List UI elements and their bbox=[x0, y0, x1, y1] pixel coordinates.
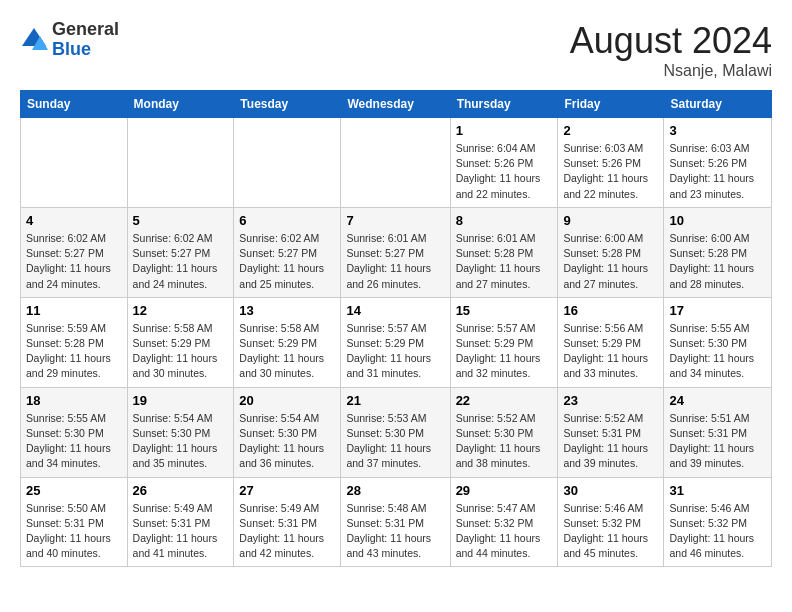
day-number: 1 bbox=[456, 123, 553, 138]
calendar-cell: 29Sunrise: 5:47 AMSunset: 5:32 PMDayligh… bbox=[450, 477, 558, 567]
day-number: 19 bbox=[133, 393, 229, 408]
day-number: 5 bbox=[133, 213, 229, 228]
day-info: Sunrise: 5:46 AMSunset: 5:32 PMDaylight:… bbox=[563, 501, 658, 562]
title-block: August 2024 Nsanje, Malawi bbox=[570, 20, 772, 80]
page-header: General Blue August 2024 Nsanje, Malawi bbox=[20, 20, 772, 80]
calendar-cell: 9Sunrise: 6:00 AMSunset: 5:28 PMDaylight… bbox=[558, 207, 664, 297]
calendar-cell: 7Sunrise: 6:01 AMSunset: 5:27 PMDaylight… bbox=[341, 207, 450, 297]
header-day-thursday: Thursday bbox=[450, 91, 558, 118]
header-day-saturday: Saturday bbox=[664, 91, 772, 118]
day-info: Sunrise: 5:55 AMSunset: 5:30 PMDaylight:… bbox=[26, 411, 122, 472]
calendar-cell: 30Sunrise: 5:46 AMSunset: 5:32 PMDayligh… bbox=[558, 477, 664, 567]
day-info: Sunrise: 5:59 AMSunset: 5:28 PMDaylight:… bbox=[26, 321, 122, 382]
day-info: Sunrise: 5:51 AMSunset: 5:31 PMDaylight:… bbox=[669, 411, 766, 472]
day-info: Sunrise: 6:03 AMSunset: 5:26 PMDaylight:… bbox=[669, 141, 766, 202]
calendar-cell: 1Sunrise: 6:04 AMSunset: 5:26 PMDaylight… bbox=[450, 118, 558, 208]
calendar-cell: 10Sunrise: 6:00 AMSunset: 5:28 PMDayligh… bbox=[664, 207, 772, 297]
calendar-cell: 20Sunrise: 5:54 AMSunset: 5:30 PMDayligh… bbox=[234, 387, 341, 477]
day-info: Sunrise: 5:57 AMSunset: 5:29 PMDaylight:… bbox=[456, 321, 553, 382]
day-info: Sunrise: 5:58 AMSunset: 5:29 PMDaylight:… bbox=[239, 321, 335, 382]
day-number: 15 bbox=[456, 303, 553, 318]
day-number: 30 bbox=[563, 483, 658, 498]
day-number: 8 bbox=[456, 213, 553, 228]
calendar-cell: 12Sunrise: 5:58 AMSunset: 5:29 PMDayligh… bbox=[127, 297, 234, 387]
calendar-cell: 17Sunrise: 5:55 AMSunset: 5:30 PMDayligh… bbox=[664, 297, 772, 387]
day-info: Sunrise: 5:57 AMSunset: 5:29 PMDaylight:… bbox=[346, 321, 444, 382]
logo: General Blue bbox=[20, 20, 119, 60]
day-info: Sunrise: 6:02 AMSunset: 5:27 PMDaylight:… bbox=[239, 231, 335, 292]
calendar-cell bbox=[234, 118, 341, 208]
header-day-wednesday: Wednesday bbox=[341, 91, 450, 118]
day-number: 10 bbox=[669, 213, 766, 228]
calendar-cell: 28Sunrise: 5:48 AMSunset: 5:31 PMDayligh… bbox=[341, 477, 450, 567]
day-info: Sunrise: 6:03 AMSunset: 5:26 PMDaylight:… bbox=[563, 141, 658, 202]
day-number: 3 bbox=[669, 123, 766, 138]
day-info: Sunrise: 5:49 AMSunset: 5:31 PMDaylight:… bbox=[239, 501, 335, 562]
calendar-cell: 5Sunrise: 6:02 AMSunset: 5:27 PMDaylight… bbox=[127, 207, 234, 297]
day-info: Sunrise: 6:00 AMSunset: 5:28 PMDaylight:… bbox=[669, 231, 766, 292]
day-number: 18 bbox=[26, 393, 122, 408]
calendar-cell: 4Sunrise: 6:02 AMSunset: 5:27 PMDaylight… bbox=[21, 207, 128, 297]
header-day-friday: Friday bbox=[558, 91, 664, 118]
calendar-cell: 3Sunrise: 6:03 AMSunset: 5:26 PMDaylight… bbox=[664, 118, 772, 208]
day-info: Sunrise: 5:48 AMSunset: 5:31 PMDaylight:… bbox=[346, 501, 444, 562]
day-info: Sunrise: 5:49 AMSunset: 5:31 PMDaylight:… bbox=[133, 501, 229, 562]
calendar-cell bbox=[127, 118, 234, 208]
day-info: Sunrise: 5:54 AMSunset: 5:30 PMDaylight:… bbox=[239, 411, 335, 472]
week-row-4: 25Sunrise: 5:50 AMSunset: 5:31 PMDayligh… bbox=[21, 477, 772, 567]
calendar-cell: 22Sunrise: 5:52 AMSunset: 5:30 PMDayligh… bbox=[450, 387, 558, 477]
day-number: 14 bbox=[346, 303, 444, 318]
calendar-cell: 27Sunrise: 5:49 AMSunset: 5:31 PMDayligh… bbox=[234, 477, 341, 567]
header-day-tuesday: Tuesday bbox=[234, 91, 341, 118]
day-info: Sunrise: 5:58 AMSunset: 5:29 PMDaylight:… bbox=[133, 321, 229, 382]
calendar-body: 1Sunrise: 6:04 AMSunset: 5:26 PMDaylight… bbox=[21, 118, 772, 567]
calendar-cell: 31Sunrise: 5:46 AMSunset: 5:32 PMDayligh… bbox=[664, 477, 772, 567]
day-number: 29 bbox=[456, 483, 553, 498]
day-info: Sunrise: 5:46 AMSunset: 5:32 PMDaylight:… bbox=[669, 501, 766, 562]
calendar-cell: 14Sunrise: 5:57 AMSunset: 5:29 PMDayligh… bbox=[341, 297, 450, 387]
day-info: Sunrise: 5:52 AMSunset: 5:30 PMDaylight:… bbox=[456, 411, 553, 472]
day-number: 13 bbox=[239, 303, 335, 318]
calendar-cell bbox=[341, 118, 450, 208]
day-number: 31 bbox=[669, 483, 766, 498]
calendar-cell: 15Sunrise: 5:57 AMSunset: 5:29 PMDayligh… bbox=[450, 297, 558, 387]
calendar-cell: 23Sunrise: 5:52 AMSunset: 5:31 PMDayligh… bbox=[558, 387, 664, 477]
day-number: 4 bbox=[26, 213, 122, 228]
day-number: 2 bbox=[563, 123, 658, 138]
calendar-cell: 19Sunrise: 5:54 AMSunset: 5:30 PMDayligh… bbox=[127, 387, 234, 477]
week-row-0: 1Sunrise: 6:04 AMSunset: 5:26 PMDaylight… bbox=[21, 118, 772, 208]
day-number: 12 bbox=[133, 303, 229, 318]
day-number: 22 bbox=[456, 393, 553, 408]
calendar-cell: 2Sunrise: 6:03 AMSunset: 5:26 PMDaylight… bbox=[558, 118, 664, 208]
day-number: 21 bbox=[346, 393, 444, 408]
calendar-cell: 6Sunrise: 6:02 AMSunset: 5:27 PMDaylight… bbox=[234, 207, 341, 297]
day-number: 26 bbox=[133, 483, 229, 498]
calendar-cell: 13Sunrise: 5:58 AMSunset: 5:29 PMDayligh… bbox=[234, 297, 341, 387]
day-number: 20 bbox=[239, 393, 335, 408]
calendar-cell: 21Sunrise: 5:53 AMSunset: 5:30 PMDayligh… bbox=[341, 387, 450, 477]
day-info: Sunrise: 5:55 AMSunset: 5:30 PMDaylight:… bbox=[669, 321, 766, 382]
logo-blue: Blue bbox=[52, 40, 119, 60]
day-number: 7 bbox=[346, 213, 444, 228]
day-number: 28 bbox=[346, 483, 444, 498]
header-day-sunday: Sunday bbox=[21, 91, 128, 118]
day-info: Sunrise: 5:53 AMSunset: 5:30 PMDaylight:… bbox=[346, 411, 444, 472]
calendar-header: SundayMondayTuesdayWednesdayThursdayFrid… bbox=[21, 91, 772, 118]
day-info: Sunrise: 6:02 AMSunset: 5:27 PMDaylight:… bbox=[133, 231, 229, 292]
calendar-cell bbox=[21, 118, 128, 208]
day-number: 16 bbox=[563, 303, 658, 318]
day-number: 24 bbox=[669, 393, 766, 408]
calendar-table: SundayMondayTuesdayWednesdayThursdayFrid… bbox=[20, 90, 772, 567]
day-info: Sunrise: 5:56 AMSunset: 5:29 PMDaylight:… bbox=[563, 321, 658, 382]
day-info: Sunrise: 6:02 AMSunset: 5:27 PMDaylight:… bbox=[26, 231, 122, 292]
day-info: Sunrise: 5:52 AMSunset: 5:31 PMDaylight:… bbox=[563, 411, 658, 472]
logo-icon bbox=[20, 26, 48, 54]
day-number: 6 bbox=[239, 213, 335, 228]
day-info: Sunrise: 5:54 AMSunset: 5:30 PMDaylight:… bbox=[133, 411, 229, 472]
calendar-cell: 24Sunrise: 5:51 AMSunset: 5:31 PMDayligh… bbox=[664, 387, 772, 477]
logo-general: General bbox=[52, 20, 119, 40]
day-info: Sunrise: 6:01 AMSunset: 5:28 PMDaylight:… bbox=[456, 231, 553, 292]
week-row-2: 11Sunrise: 5:59 AMSunset: 5:28 PMDayligh… bbox=[21, 297, 772, 387]
week-row-1: 4Sunrise: 6:02 AMSunset: 5:27 PMDaylight… bbox=[21, 207, 772, 297]
day-number: 11 bbox=[26, 303, 122, 318]
